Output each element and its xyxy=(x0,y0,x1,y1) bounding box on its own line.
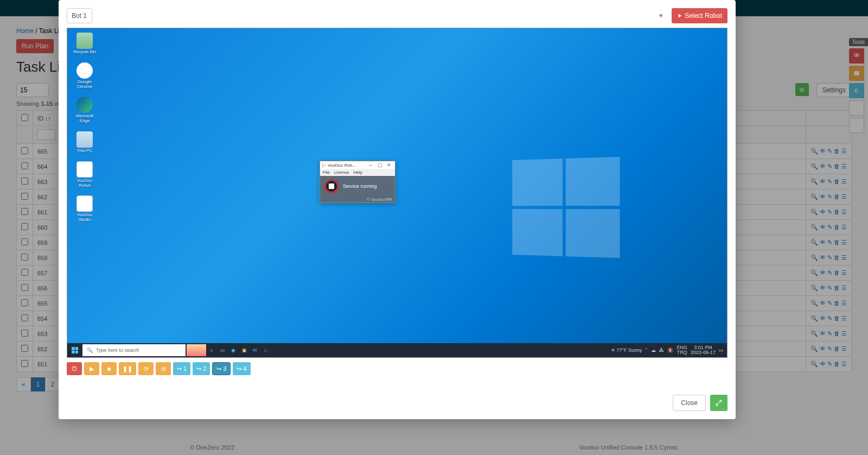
windows-logo-icon xyxy=(512,157,620,258)
voodoo-robot-glyph-icon xyxy=(76,161,93,178)
robot-title: VooDoo Rob... xyxy=(328,163,365,168)
signout-2-button[interactable]: ↪2 xyxy=(193,362,210,375)
tb-mail-icon[interactable]: ✉ xyxy=(250,347,260,353)
search-icon: 🔍 xyxy=(87,347,93,353)
robot-brand: © Voodoo RPA xyxy=(320,197,395,203)
news-widget-icon[interactable] xyxy=(187,344,206,356)
ctrl-pause-button[interactable]: ❚❚ xyxy=(119,362,136,375)
menu-file[interactable]: File xyxy=(323,170,330,175)
robot-titlebar[interactable]: ▷ VooDoo Rob... ─ ▢ ✕ xyxy=(320,161,395,169)
voodoo-robot-icon[interactable]: VooDoo Robot xyxy=(73,161,97,188)
robot-menubar: File Licence Help xyxy=(320,169,395,176)
desktop-icon-label: Google Chrome xyxy=(73,80,97,90)
search-placeholder: Type here to search xyxy=(96,347,139,353)
signout-4-button[interactable]: ↪4 xyxy=(233,362,250,375)
robot-app-icon: ▷ xyxy=(322,162,326,168)
stop-icon xyxy=(329,184,334,189)
this-pc-icon[interactable]: This PC xyxy=(73,131,97,154)
expand-button[interactable] xyxy=(710,395,727,411)
minimize-icon[interactable]: ─ xyxy=(367,162,374,168)
select-robot-label: Select Robot xyxy=(685,12,722,20)
control-row: ▶ ■ ❚❚ ⟳ ⊘ ↪1 ↪2 ↪3 ↪4 xyxy=(67,362,727,375)
tray-network-icon[interactable]: 🖧 xyxy=(659,347,664,353)
service-status: Service running xyxy=(343,184,377,189)
start-button[interactable] xyxy=(67,343,82,357)
tray-chevron-icon[interactable]: ˄ xyxy=(645,347,648,353)
voodoo-studio-glyph-icon xyxy=(76,195,93,212)
bot-select[interactable]: Bot 1 xyxy=(67,8,92,23)
cortana-icon[interactable]: ○ xyxy=(206,347,217,353)
recycle-bin-icon[interactable]: Recycle Bin xyxy=(73,33,97,55)
ctrl-stop-button[interactable]: ■ xyxy=(101,362,117,375)
modal-footer: Close xyxy=(67,395,727,411)
select-robot-button[interactable]: Select Robot xyxy=(672,8,727,23)
signout-1-label: 1 xyxy=(183,365,187,372)
system-tray: ☀ 77°F Sunny ˄ ☁ 🖧 🔇 ENGTRQ 3:01 PM2022-… xyxy=(611,345,727,355)
windows-icon xyxy=(72,347,78,353)
taskview-icon[interactable]: ▭ xyxy=(217,347,228,353)
signout-1-button[interactable]: ↪1 xyxy=(173,362,190,375)
taskbar-search[interactable]: 🔍 Type here to search xyxy=(82,344,186,356)
windows-taskbar: 🔍 Type here to search ○ ▭ ◉ ▣ ✉ ▷ ☀ 77°F… xyxy=(67,343,727,357)
tray-onedrive-icon[interactable]: ☁ xyxy=(651,347,656,353)
maximize-icon[interactable]: ▢ xyxy=(376,162,384,168)
tray-kbd-val: TRQ xyxy=(677,350,687,355)
close-icon[interactable]: ✕ xyxy=(385,162,393,168)
this-pc-glyph-icon xyxy=(76,131,93,148)
microsoft-edge-glyph-icon xyxy=(76,97,93,113)
service-stop-button[interactable] xyxy=(324,179,339,193)
google-chrome-icon[interactable]: Google Chrome xyxy=(73,62,97,90)
ctrl-loop-button[interactable]: ⟳ xyxy=(138,362,154,375)
weather-value: 77°F Sunny xyxy=(616,347,642,353)
menu-help[interactable]: Help xyxy=(353,170,362,175)
menu-licence[interactable]: Licence xyxy=(334,170,349,175)
tray-date: 2022-06-17 xyxy=(691,350,716,355)
voodoo-robot-window[interactable]: ▷ VooDoo Rob... ─ ▢ ✕ File Licence Help … xyxy=(320,161,395,203)
ctrl-play-button[interactable]: ▶ xyxy=(84,362,99,375)
signout-3-label: 3 xyxy=(223,365,226,372)
tb-voodoo-icon[interactable]: ▷ xyxy=(260,347,271,353)
desktop-icon-label: Recycle Bin xyxy=(73,50,96,55)
play-icon xyxy=(677,13,682,18)
bot-select-wrap: Bot 1 xyxy=(67,8,668,23)
google-chrome-glyph-icon xyxy=(76,62,93,79)
desktop-icons: Recycle BinGoogle ChromeMicrosoft EdgeTh… xyxy=(73,33,97,223)
ctrl-power-button[interactable] xyxy=(67,362,82,375)
desktop-icon-label: Microsoft Edge xyxy=(73,114,97,124)
desktop-icon-label: VooDoo Robot xyxy=(73,179,97,188)
desktop-icon-label: VooDoo Studio xyxy=(73,213,97,223)
signout-4-label: 4 xyxy=(243,365,246,372)
microsoft-edge-icon[interactable]: Microsoft Edge xyxy=(73,97,97,124)
tb-edge-icon[interactable]: ◉ xyxy=(228,347,239,353)
tb-explorer-icon[interactable]: ▣ xyxy=(239,347,250,353)
voodoo-studio-icon[interactable]: VooDoo Studio xyxy=(73,195,97,223)
tray-volume-icon[interactable]: 🔇 xyxy=(667,347,673,353)
ctrl-cancel-button[interactable]: ⊘ xyxy=(156,362,171,375)
close-button[interactable]: Close xyxy=(673,395,706,411)
robot-viewer-modal: Bot 1 Select Robot Recycle BinGoogle Chr… xyxy=(59,0,736,419)
signout-2-label: 2 xyxy=(203,365,206,372)
tray-notifications-icon[interactable]: ▭ xyxy=(719,347,724,353)
tray-clock[interactable]: 3:01 PM2022-06-17 xyxy=(691,345,716,355)
remote-desktop[interactable]: Recycle BinGoogle ChromeMicrosoft EdgeTh… xyxy=(67,28,727,358)
recycle-bin-glyph-icon xyxy=(76,33,93,49)
signout-3-button[interactable]: ↪3 xyxy=(212,362,231,375)
tray-lang[interactable]: ENGTRQ xyxy=(676,345,687,355)
desktop-icon-label: This PC xyxy=(77,149,92,154)
weather-text[interactable]: ☀ 77°F Sunny xyxy=(611,347,642,353)
